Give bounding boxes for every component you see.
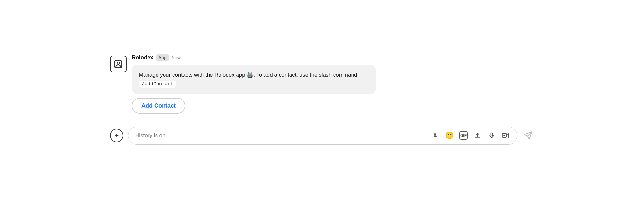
message-input[interactable] (135, 132, 426, 139)
mic-icon[interactable] (487, 131, 496, 140)
timestamp: Now (172, 55, 181, 60)
app-badge: App (156, 54, 169, 61)
send-button[interactable] (522, 129, 534, 142)
input-box: A 🙂 GIF (128, 127, 517, 145)
gif-icon[interactable]: GIF (459, 131, 468, 140)
plus-icon: + (115, 131, 119, 140)
message-text-after: . (178, 81, 180, 87)
upload-icon[interactable] (473, 131, 482, 140)
message-header: Rolodex App Now (132, 54, 534, 61)
svg-rect-2 (491, 133, 493, 136)
format-text-icon[interactable]: A (431, 131, 439, 140)
message-text-before: Manage your contacts with the Rolodex ap… (139, 72, 357, 78)
input-row: + A 🙂 GIF (110, 127, 534, 145)
add-contact-button[interactable]: Add Contact (132, 98, 185, 114)
send-icon (523, 131, 532, 140)
svg-point-1 (117, 62, 120, 65)
slash-command-code: /addContact (139, 81, 176, 88)
video-add-icon[interactable] (502, 131, 510, 140)
message-bubble: Manage your contacts with the Rolodex ap… (132, 65, 376, 94)
chat-container: Rolodex App Now Manage your contacts wit… (97, 48, 547, 151)
message-content: Rolodex App Now Manage your contacts wit… (132, 54, 534, 114)
emoji-icon[interactable]: 🙂 (445, 131, 453, 140)
input-icons: A 🙂 GIF (431, 131, 510, 140)
message-row: Rolodex App Now Manage your contacts wit… (110, 54, 534, 114)
avatar (110, 56, 127, 72)
plus-button[interactable]: + (110, 129, 123, 142)
sender-name: Rolodex (132, 54, 153, 61)
